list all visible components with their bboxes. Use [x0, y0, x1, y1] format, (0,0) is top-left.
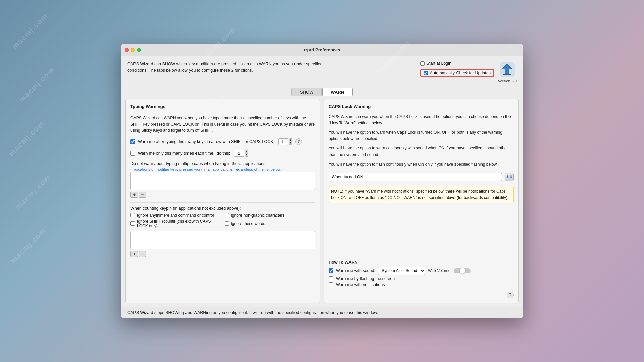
warn-keys-down-arrow[interactable]: ▼ — [289, 142, 292, 145]
sound-dropdown[interactable]: System Alert Sound — [378, 267, 425, 275]
app-icon — [498, 61, 516, 78]
footer-text: CAPS Wizard stops SHOWing and WARNing as… — [127, 310, 378, 315]
ignore-words-checkbox[interactable] — [225, 221, 229, 226]
ignore-non-graphic-label: Ignore non-graphic characters — [231, 213, 285, 218]
app-icon-area: Version 5.0 — [498, 61, 517, 83]
exclude-section: Do not warn about typing multiple caps w… — [130, 161, 315, 198]
minimize-button[interactable] — [131, 48, 135, 52]
warn-notifications-label: Warn me with notifications — [336, 282, 385, 287]
header-right: Start at Login Automatically Check for U… — [420, 61, 517, 83]
warn-keys-checkbox[interactable] — [130, 139, 135, 144]
warn-notifications-checkbox[interactable] — [329, 282, 333, 287]
start-at-login-label: Start at Login — [427, 61, 451, 66]
warn-keys-spinner: ▲ ▼ — [278, 138, 292, 145]
exclude-textarea[interactable] — [130, 172, 315, 190]
right-spacer — [329, 206, 514, 254]
counting-title: When counting keypln (in applications no… — [130, 206, 315, 211]
right-desc2: You will have the option to warn when Ca… — [329, 129, 514, 142]
auto-check-row[interactable]: Automatically Check for Updates — [424, 71, 491, 75]
right-panel: CAPS Lock Warning CAPS Wizard can warn y… — [324, 99, 519, 303]
warn-keys-arrows[interactable]: ▲ ▼ — [289, 138, 292, 145]
volume-control: With Volume: — [428, 268, 471, 273]
warn-section-title: How To WARN — [329, 260, 514, 265]
tab-warn[interactable]: WARN — [322, 88, 353, 96]
words-remove-button[interactable]: − — [139, 251, 146, 257]
warn-sound-checkbox[interactable] — [329, 268, 333, 273]
exclude-add-remove-row: + − — [130, 192, 315, 198]
ignore-shift-row[interactable]: Ignore SHIFT (countlr (cns excwith CAPS … — [130, 219, 221, 228]
preferences-window: rrprd Preferences CAPS Wizard can SHOW w… — [121, 44, 523, 318]
ignore-words-label: Ignore these words: — [231, 221, 266, 226]
warn-times-down-arrow[interactable]: ▼ — [245, 153, 248, 156]
words-add-button[interactable]: + — [130, 251, 138, 257]
tab-show[interactable]: SHOW — [291, 88, 322, 96]
ignore-non-graphic-row[interactable]: Ignore non-graphic characters — [225, 213, 316, 218]
warn-flash-label: Warn me by flashing the screen — [336, 276, 395, 281]
version-label: Version 5.0 — [498, 79, 517, 83]
exclude-title: Do not warn about typing multiple caps w… — [130, 161, 315, 166]
start-at-login-row[interactable]: Start at Login — [420, 61, 494, 66]
volume-slider[interactable] — [454, 268, 471, 273]
maximize-button[interactable] — [137, 48, 141, 52]
ignore-any-label: Ignore anythimere and command or control — [137, 213, 214, 218]
ignore-any-row[interactable]: Ignore anythimere and command or control — [130, 213, 221, 218]
ignore-non-graphic-checkbox[interactable] — [225, 213, 229, 217]
header-description: CAPS Wizard can SHOW which key modifiers… — [127, 61, 414, 74]
header-area: CAPS Wizard can SHOW which key modifiers… — [121, 56, 523, 86]
right-desc1: CAPS Wizard can warn you when the CAPS L… — [329, 114, 514, 126]
right-help-row: ? — [329, 292, 514, 298]
left-panel: Typing Warnings CAPS Wizard can WARN you… — [125, 99, 320, 303]
close-button[interactable] — [125, 48, 129, 52]
left-section-desc: CAPS Wizard can WARN you when you have t… — [130, 115, 315, 134]
header-desc-line2: conditions. The tabs below allow you to … — [127, 67, 414, 74]
titlebar: rrprd Preferences — [121, 44, 523, 56]
ignore-words-row[interactable]: Ignore these words: — [225, 219, 316, 228]
warn-times-checkbox[interactable] — [130, 151, 135, 156]
header-desc-line1: CAPS Wizard can SHOW which key modifiers… — [127, 61, 414, 67]
auto-check-checkbox[interactable] — [424, 71, 428, 75]
exclude-add-button[interactable]: + — [130, 192, 138, 198]
warn-times-arrows[interactable]: ▲ ▼ — [245, 150, 248, 157]
dropdown-arrow-button[interactable]: ⬆⬇ — [505, 173, 514, 181]
warn-times-spinner: ▲ ▼ — [234, 150, 248, 157]
ignore-shift-label: Ignore SHIFT (countlr (cns excwith CAPS … — [137, 219, 221, 228]
exclude-remove-button[interactable]: − — [139, 192, 146, 198]
right-desc3: You will have the option to warn contino… — [329, 145, 514, 158]
counting-section: When counting keypln (in applications no… — [130, 202, 315, 257]
exclude-hint-link[interactable]: (Indications of modifier keys pressed wo… — [130, 167, 283, 171]
warn-keys-label: Warn me after typing this many keys in a… — [138, 139, 274, 144]
auto-check-box-highlight: Automatically Check for Updates — [420, 69, 494, 77]
right-desc4: You will have the option to flash contin… — [329, 161, 514, 168]
caps-warning-dropdown[interactable]: When turned ON When turned OFF Both ON a… — [329, 173, 502, 181]
warn-times-row: Warn me only this many times each time I… — [130, 150, 315, 157]
main-content: Typing Warnings CAPS Wizard can WARN you… — [121, 99, 523, 307]
right-section-title: CAPS Lock Warning — [329, 104, 514, 109]
words-add-remove-row: + − — [130, 251, 315, 257]
header-checkboxes: Start at Login Automatically Check for U… — [420, 61, 494, 77]
warn-keys-help-button[interactable]: ? — [295, 138, 302, 145]
volume-label: With Volume: — [428, 268, 452, 273]
traffic-lights — [125, 48, 141, 52]
ignore-shift-checkbox[interactable] — [130, 221, 135, 226]
warn-sound-row: Warn me with sound: System Alert Sound W… — [329, 267, 514, 275]
caps-warning-dropdown-row: When turned ON When turned OFF Both ON a… — [329, 173, 514, 181]
right-help-button[interactable]: ? — [507, 292, 514, 298]
ignore-any-checkbox[interactable] — [130, 213, 135, 217]
words-textarea[interactable] — [130, 231, 315, 249]
warn-notifications-row: Warn me with notifications — [329, 282, 514, 287]
warn-keys-value[interactable] — [278, 138, 288, 145]
counting-grid: Ignore anythimere and command or control… — [130, 213, 315, 228]
warn-keys-row: Warn me after typing this many keys in a… — [130, 138, 315, 145]
warn-times-value[interactable] — [234, 150, 244, 157]
window-title: rrprd Preferences — [304, 47, 340, 52]
warn-flash-checkbox[interactable] — [329, 276, 333, 281]
auto-check-label: Automatically Check for Updates — [430, 71, 491, 75]
start-at-login-checkbox[interactable] — [420, 61, 425, 66]
left-section-title: Typing Warnings — [130, 104, 315, 109]
warn-times-label: Warn me only this many times each time I… — [138, 151, 230, 156]
svg-rect-2 — [503, 74, 511, 75]
caps-note: NOTE: If you have "Warn me with notifica… — [329, 186, 514, 203]
warn-flash-row: Warn me by flashing the screen — [329, 276, 514, 281]
warn-sound-label: Warn me with sound: — [336, 268, 375, 273]
tabs-row: SHOW WARN — [121, 86, 523, 99]
